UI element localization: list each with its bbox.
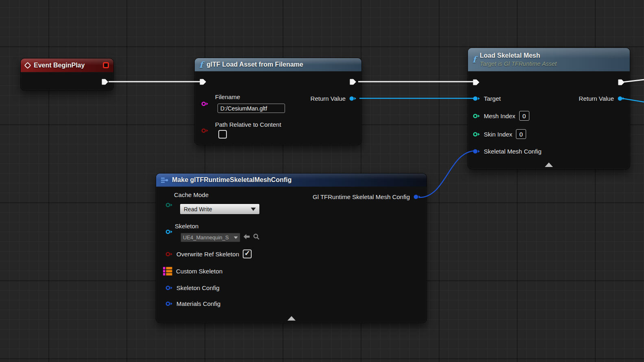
overwrite-ref-skeleton-pin[interactable] (165, 251, 173, 257)
pin-label-path-relative: Path Relative to Content (215, 121, 281, 128)
make-struct-icon (161, 177, 168, 183)
node-make-gltfruntime-skeletalmeshconfig[interactable]: Make glTFRuntimeSkeletalMeshConfig Gl TF… (156, 173, 427, 323)
node-title: glTF Load Asset from Filename (207, 61, 303, 68)
function-f-icon: f (472, 55, 476, 64)
node-header[interactable]: f Load Skeletal Mesh Target is Gl TFRunt… (468, 48, 630, 72)
pin-label-target: Target (484, 95, 501, 102)
node-event-beginplay[interactable]: Event BeginPlay (20, 58, 114, 91)
use-selected-asset-icon[interactable] (243, 234, 250, 240)
skeleton-asset-dropdown[interactable]: UE4_Mannequin_S (181, 233, 240, 242)
node-load-skeletal-mesh[interactable]: f Load Skeletal Mesh Target is Gl TFRunt… (468, 48, 630, 169)
exec-in-row (473, 79, 480, 86)
collapse-node-arrow[interactable] (287, 316, 296, 321)
skeleton-config-row: Skeleton Config (165, 284, 220, 291)
path-relative-checkbox[interactable] (218, 130, 227, 139)
filename-input[interactable] (218, 104, 285, 113)
pin-label-overwrite-ref-skeleton: Overwrite Ref Skeleton (176, 251, 239, 258)
function-f-icon: f (199, 61, 203, 69)
blueprint-graph-canvas[interactable]: Event BeginPlay f glTF Load Asset from F… (0, 0, 644, 362)
pin-label-return-value: Return Value (579, 95, 614, 102)
pin-label-return-value: Return Value (311, 95, 346, 102)
node-header[interactable]: Make glTFRuntimeSkeletalMeshConfig (156, 173, 426, 187)
skeleton-asset-value: UE4_Mannequin_S (183, 234, 229, 241)
chevron-down-icon (234, 236, 238, 239)
exec-out-pin[interactable] (350, 78, 357, 85)
node-subtitle: Target is Gl TFRuntime Asset (480, 60, 557, 68)
skin-index-pin[interactable] (473, 132, 480, 137)
node-title: Load Skeletal Mesh (480, 51, 557, 60)
path-relative-pin-row (201, 128, 209, 133)
exec-out-pin[interactable] (618, 79, 625, 86)
target-pin-row: Target (473, 95, 501, 102)
cache-mode-dropdown[interactable]: Read Write (180, 204, 260, 215)
exec-out-pin[interactable] (102, 78, 109, 85)
pin-label-skeletal-mesh-config: Skeletal Mesh Config (484, 148, 542, 155)
overwrite-ref-skeleton-checkbox[interactable]: ✓ (243, 249, 252, 258)
skeletal-mesh-config-pin[interactable] (473, 149, 480, 154)
node-header[interactable]: Event BeginPlay (21, 59, 113, 72)
pin-label-mesh-index: Mesh Index (484, 113, 516, 119)
mesh-index-pin[interactable] (473, 113, 480, 119)
pin-label-skin-index: Skin Index (484, 131, 512, 138)
pin-label-skeleton-config: Skeleton Config (176, 284, 220, 291)
skeleton-config-pin[interactable] (165, 285, 173, 290)
cache-mode-pin[interactable] (165, 202, 173, 208)
node-title: Event BeginPlay (34, 62, 85, 69)
skeletal-mesh-config-row: Skeletal Mesh Config (473, 148, 542, 155)
pin-label-custom-skeleton: Custom Skeleton (176, 268, 222, 275)
node-gltf-load-asset-from-filename[interactable]: f glTF Load Asset from Filename Filename… (194, 58, 362, 145)
skeleton-pin-row (165, 229, 173, 234)
cache-mode-pin-row (165, 202, 173, 208)
return-value-row: Return Value (579, 95, 625, 102)
chevron-down-icon (251, 208, 256, 211)
pin-label-skeleton: Skeleton (175, 223, 198, 230)
node-header[interactable]: f glTF Load Asset from Filename (195, 58, 361, 72)
collapse-node-arrow[interactable] (545, 163, 553, 167)
browse-to-asset-icon[interactable] (253, 233, 260, 240)
pin-label-cache-mode: Cache Mode (174, 191, 209, 198)
pin-label-filename: Filename (215, 93, 240, 100)
filename-string-pin[interactable] (201, 101, 209, 106)
red-square-marker-icon (103, 62, 109, 68)
overwrite-ref-skeleton-row: Overwrite Ref Skeleton ✓ (165, 249, 252, 258)
map-pin-icon[interactable] (163, 267, 172, 276)
skin-index-value-box[interactable]: 0 (516, 129, 526, 139)
output-config-row: Gl TFRuntime Skeletal Mesh Config (313, 193, 421, 200)
return-value-pin[interactable] (349, 96, 357, 101)
skin-index-row: Skin Index 0 (473, 129, 526, 139)
event-diamond-icon (24, 62, 31, 69)
skeleton-pin[interactable] (165, 229, 173, 234)
exec-out-row (618, 79, 625, 86)
exec-in-pin[interactable] (200, 78, 207, 85)
pin-label-materials-config: Materials Config (176, 300, 220, 307)
mesh-index-value-box[interactable]: 0 (519, 111, 529, 121)
custom-skeleton-row: Custom Skeleton (163, 267, 222, 276)
mesh-index-row: Mesh Index 0 (473, 111, 529, 121)
target-pin[interactable] (473, 96, 480, 101)
return-value-row: Return Value (311, 95, 357, 102)
return-value-pin[interactable] (618, 96, 625, 101)
exec-out-row (350, 78, 357, 85)
materials-config-row: Materials Config (165, 300, 220, 307)
path-relative-bool-pin[interactable] (201, 128, 209, 133)
pin-label-output-config: Gl TFRuntime Skeletal Mesh Config (313, 193, 410, 200)
cache-mode-value: Read Write (184, 206, 212, 212)
exec-in-pin[interactable] (473, 79, 480, 86)
filename-pin-row (201, 101, 209, 106)
node-title: Make glTFRuntimeSkeletalMeshConfig (172, 176, 292, 184)
materials-config-pin[interactable] (165, 301, 173, 306)
exec-out-row (102, 78, 109, 85)
exec-in-row (200, 78, 207, 85)
output-config-pin[interactable] (413, 194, 421, 199)
